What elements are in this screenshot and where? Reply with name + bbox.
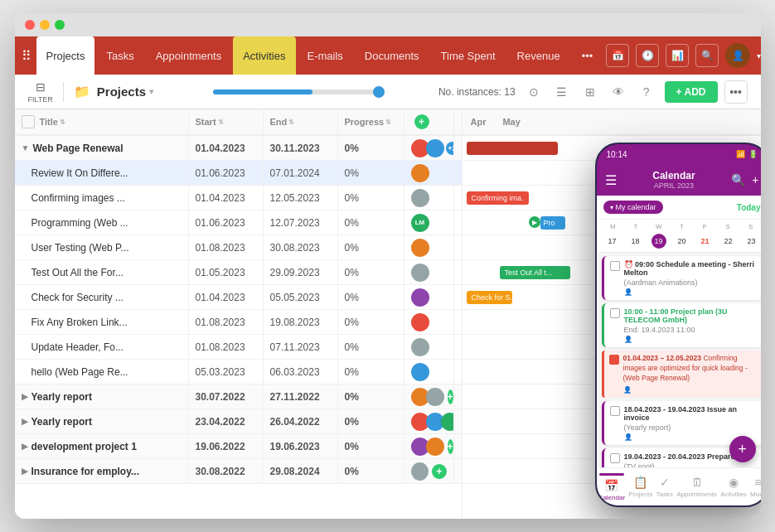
row-progress: 0%	[338, 186, 404, 210]
nav-tab-activities[interactable]: Activities	[233, 36, 295, 75]
row-progress: 0%	[338, 136, 404, 160]
calendar-day[interactable]: 23	[741, 234, 761, 249]
phone-event-red[interactable]: 01.04.2023 – 12.05.2023 Confirming image…	[602, 351, 761, 398]
calendar-day-today[interactable]: 19	[651, 234, 666, 249]
phone-status-bar: 10:14 📶 🔋	[597, 144, 761, 164]
progress-bar-container	[160, 89, 432, 94]
row-end: 19.06.2023	[264, 434, 338, 458]
table-row[interactable]: Test Out All the For... 01.05.2023 29.09…	[15, 260, 462, 285]
row-title: ▼ Web Page Renewal	[15, 136, 189, 160]
table-row[interactable]: Update Header, Fo... 01.08.2023 07.11.20…	[15, 335, 462, 360]
row-end: 06.03.2023	[264, 360, 338, 384]
close-dot[interactable]	[25, 20, 35, 30]
table-row[interactable]: ▶ Yearly report 23.04.2022 26.04.2022 0%…	[15, 409, 462, 434]
table-row[interactable]: Programming (Web ... 01.06.2023 12.07.20…	[15, 210, 462, 235]
filter-button[interactable]: ⊟ FILTER	[28, 80, 53, 104]
calendar-day[interactable]: 18	[625, 234, 647, 249]
question-icon-btn[interactable]: ?	[635, 80, 658, 104]
eye-icon-btn[interactable]: 👁	[607, 80, 630, 104]
table-row[interactable]: ▶ Yearly report 30.07.2022 27.11.2022 0%…	[15, 384, 462, 409]
phone-body: ▾ My calendar Today M T W T F	[597, 196, 761, 471]
nav-tab-projects[interactable]: Projects	[36, 36, 95, 75]
table-row[interactable]: ▼ Web Page Renewal 01.04.2023 30.11.2023…	[15, 136, 462, 161]
nav-tab-time-spent[interactable]: Time Spent	[431, 36, 506, 75]
phone-nav-more[interactable]: ≡ More	[750, 476, 760, 498]
chart-icon-btn[interactable]: 📊	[666, 44, 689, 67]
search-icon-btn[interactable]: 🔍	[695, 44, 719, 67]
row-title: Review It On Differe...	[15, 161, 189, 185]
minimize-dot[interactable]	[40, 20, 50, 30]
phone-nav-activities[interactable]: ◉ Activities	[720, 476, 747, 498]
calendar-icon-btn[interactable]: 📅	[606, 44, 629, 67]
row-end: 30.08.2023	[264, 235, 338, 259]
row-avatar	[404, 360, 454, 384]
avatar	[426, 139, 444, 157]
avatar-chevron[interactable]: ▾	[757, 51, 760, 60]
phone-search-icon[interactable]: 🔍	[731, 173, 745, 186]
phone-event[interactable]: ⏰ 09:00 Schedule a meeting - Sherri Melt…	[602, 256, 761, 300]
phone-nav-tasks[interactable]: ✓ Tasks	[656, 476, 672, 498]
row-avatar	[404, 235, 454, 259]
row-end: 19.08.2023	[264, 310, 338, 334]
event-checkbox[interactable]	[610, 406, 620, 416]
add-assignee-btn[interactable]: +	[448, 439, 453, 454]
nav-tab-appointments[interactable]: Appointments	[146, 36, 232, 75]
phone-add-icon[interactable]: +	[752, 173, 758, 186]
grid-menu-icon[interactable]: ⠿	[22, 42, 31, 69]
table-row[interactable]: hello (Web Page Re... 05.03.2023 06.03.2…	[15, 360, 462, 384]
table-row[interactable]: Check for Security ... 01.04.2023 05.05.…	[15, 285, 462, 310]
projects-dropdown[interactable]: Projects ▾	[97, 85, 153, 99]
calendar-day-headers: M T W T F S S	[602, 223, 761, 230]
phone-nav-calendar[interactable]: 📅 Calendar	[598, 473, 625, 501]
more-options-button[interactable]: •••	[724, 80, 748, 104]
table-row[interactable]: User Testing (Web P... 01.08.2023 30.08.…	[15, 235, 462, 260]
event-checkbox[interactable]	[610, 261, 620, 271]
event-checkbox[interactable]	[609, 355, 619, 365]
gantt-chart: Apr May Confirming ima...	[463, 109, 761, 519]
nav-tab-documents[interactable]: Documents	[355, 36, 429, 75]
circle-icon-btn[interactable]: ⊙	[522, 80, 545, 104]
nav-tab-more[interactable]: •••	[572, 36, 603, 75]
row-start: 01.04.2023	[189, 136, 264, 160]
event-checkbox[interactable]	[610, 308, 620, 318]
calendar-day[interactable]: 22	[718, 234, 739, 249]
maximize-dot[interactable]	[55, 20, 65, 30]
row-end: 29.08.2024	[264, 459, 338, 483]
progress-track[interactable]	[213, 89, 379, 94]
phone-mockup: 10:14 📶 🔋 ☰ Calendar APRIL 2023 🔍	[595, 143, 761, 507]
add-button[interactable]: + ADD	[665, 81, 718, 103]
toolbar-view-icons: ⊙ ☰ ⊞ 👁 ?	[522, 80, 658, 104]
today-button[interactable]: Today	[737, 203, 761, 212]
th-start: Start ⇅	[189, 109, 264, 134]
row-avatar	[404, 260, 454, 284]
nav-tab-tasks[interactable]: Tasks	[96, 36, 143, 75]
table-row[interactable]: Fix Any Broken Link... 01.08.2023 19.08.…	[15, 310, 462, 335]
list-icon-btn[interactable]: ☰	[550, 80, 574, 104]
add-assignee-btn[interactable]: +	[448, 389, 453, 404]
table-row[interactable]: Confirming images ... 01.04.2023 12.05.2…	[15, 186, 462, 210]
phone-fab-button[interactable]: +	[729, 436, 756, 462]
phone-nav-header: ☰ Calendar APRIL 2023 🔍 +	[597, 164, 761, 196]
calendar-day[interactable]: 20	[671, 234, 693, 249]
calendar-day[interactable]: 17	[602, 234, 623, 249]
event-checkbox[interactable]	[610, 453, 620, 463]
phone-event[interactable]: 10:00 - 11:00 Project plan (3U TELECOM G…	[602, 303, 761, 347]
phone-nav-appointments[interactable]: 🗓 Appointments	[676, 476, 717, 498]
phone-nav-projects[interactable]: 📋 Projects	[628, 476, 652, 498]
add-column-btn[interactable]: +	[414, 114, 429, 129]
avatar: LM	[411, 214, 429, 232]
phone-nav-back-icon[interactable]: ☰	[605, 172, 617, 188]
my-calendar-tag[interactable]: ▾ My calendar	[603, 201, 663, 214]
nav-tab-emails[interactable]: E-mails	[298, 36, 353, 75]
table-row[interactable]: ▶ development project 1 19.06.2022 19.06…	[15, 434, 462, 459]
add-assignee-btn[interactable]: +	[432, 464, 447, 479]
grid-view-icon-btn[interactable]: ⊞	[579, 80, 602, 104]
nav-tab-revenue[interactable]: Revenue	[507, 36, 570, 75]
table-row[interactable]: Review It On Differe... 01.06.2023 07.01…	[15, 161, 462, 186]
calendar-day[interactable]: 21	[695, 234, 716, 249]
row-progress: 0%	[338, 285, 404, 309]
user-avatar[interactable]: 👤	[725, 43, 750, 68]
row-title: Check for Security ...	[15, 285, 189, 309]
table-row[interactable]: ▶ Insurance for employ... 30.08.2022 29.…	[15, 459, 462, 484]
clock-icon-btn[interactable]: 🕐	[636, 44, 659, 67]
